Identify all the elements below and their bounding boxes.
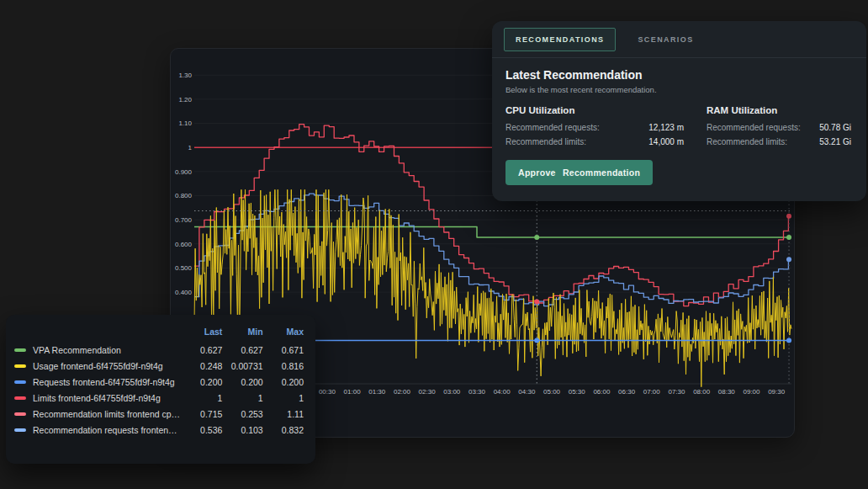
tab-bar: RECOMENDATIONS SCENARIOS bbox=[492, 21, 866, 58]
stat-max: 0.671 bbox=[267, 343, 307, 359]
legend-row-recommendation-requests: Recommendation requests frontend cpu 60m… bbox=[14, 423, 307, 439]
series-label-recommendation-limits[interactable]: Recommendation limits frontend cpu 60m bbox=[14, 407, 185, 423]
series-label-limits[interactable]: Limits frontend-6f4755fd9f-n9t4g bbox=[14, 391, 185, 407]
legend-row-vpa-recommendation: VPA Recommendation 0.627 0.627 0.671 bbox=[14, 343, 307, 359]
recommendation-body: Latest Recommendation Below is the most … bbox=[492, 58, 866, 185]
svg-text:07:00: 07:00 bbox=[643, 388, 661, 396]
crosshair-point-recommendation-limits bbox=[534, 300, 539, 305]
cpu-recommended-requests-label: Recommended requests: bbox=[505, 120, 600, 135]
svg-text:06:00: 06:00 bbox=[593, 388, 611, 396]
series-swatch-icon bbox=[14, 412, 26, 416]
legend-col-last[interactable]: Last bbox=[185, 323, 225, 343]
series-label-text[interactable]: Requests frontend-6f4755fd9f-n9t4g bbox=[33, 377, 175, 387]
latest-recommendation-subtitle: Below is the most recent recommendation. bbox=[505, 85, 853, 94]
series-label-text[interactable]: Recommendation requests frontend cpu 60m bbox=[33, 425, 185, 435]
cpu-utilization-heading: CPU Utilization bbox=[505, 105, 684, 115]
legend-row-usage: Usage frontend-6f4755fd9f-n9t4g 0.248 0.… bbox=[14, 359, 307, 375]
svg-text:02:00: 02:00 bbox=[394, 388, 411, 396]
end-point-recommendation-limits bbox=[786, 214, 791, 219]
svg-text:0.500: 0.500 bbox=[175, 264, 193, 272]
svg-text:08:30: 08:30 bbox=[718, 388, 736, 396]
series-swatch-icon bbox=[14, 428, 26, 432]
svg-text:0.700: 0.700 bbox=[175, 216, 193, 224]
legend-table: Last Min Max VPA Recommendation 0.627 0.… bbox=[14, 323, 307, 439]
svg-text:02:30: 02:30 bbox=[419, 388, 437, 396]
series-swatch-icon bbox=[14, 364, 26, 368]
cpu-utilization-section: CPU Utilization Recommended requests: 12… bbox=[505, 105, 684, 149]
svg-text:09:00: 09:00 bbox=[743, 388, 760, 396]
legend-row-requests: Requests frontend-6f4755fd9f-n9t4g 0.200… bbox=[14, 375, 307, 391]
stat-min: 1 bbox=[225, 391, 266, 407]
stat-last: 1 bbox=[185, 391, 225, 407]
utilization-columns: CPU Utilization Recommended requests: 12… bbox=[505, 105, 853, 149]
stat-last: 0.715 bbox=[185, 407, 225, 423]
series-label-text[interactable]: Recommendation limits frontend cpu 60m bbox=[33, 409, 185, 419]
cpu-recommended-requests-row: Recommended requests: 12,123 m bbox=[505, 120, 684, 135]
ram-recommended-limits-label: Recommended limits: bbox=[707, 135, 787, 149]
svg-text:01:30: 01:30 bbox=[368, 388, 386, 396]
legend-col-series bbox=[14, 323, 185, 343]
crosshair-point-requests bbox=[534, 338, 539, 343]
legend-row-recommendation-limits: Recommendation limits frontend cpu 60m 0… bbox=[14, 407, 307, 423]
tab-recommendations[interactable]: RECOMENDATIONS bbox=[504, 28, 616, 51]
ram-utilization-section: RAM Utilization Recommended requests: 50… bbox=[707, 105, 851, 149]
svg-text:0.800: 0.800 bbox=[175, 192, 193, 199]
svg-text:1.30: 1.30 bbox=[178, 72, 192, 79]
svg-text:0.600: 0.600 bbox=[175, 241, 193, 248]
stat-max: 0.816 bbox=[267, 359, 307, 375]
stat-min: 0.00731 bbox=[225, 359, 266, 375]
series-swatch-icon bbox=[14, 396, 26, 400]
chart-legend-panel: Last Min Max VPA Recommendation 0.627 0.… bbox=[6, 315, 315, 464]
svg-text:08:00: 08:00 bbox=[693, 388, 711, 396]
legend-row-limits: Limits frontend-6f4755fd9f-n9t4g 1 1 1 bbox=[14, 391, 307, 407]
tab-scenarios[interactable]: SCENARIOS bbox=[638, 35, 693, 44]
series-label-recommendation-requests[interactable]: Recommendation requests frontend cpu 60m bbox=[14, 423, 185, 439]
svg-text:09:30: 09:30 bbox=[768, 388, 786, 396]
legend-col-max[interactable]: Max bbox=[267, 323, 307, 343]
series-swatch-icon bbox=[14, 348, 26, 352]
ram-recommended-limits-row: Recommended limits: 53.21 Gi bbox=[707, 135, 851, 149]
series-swatch-icon bbox=[14, 380, 26, 384]
ram-recommended-requests-label: Recommended requests: bbox=[707, 120, 801, 135]
cpu-recommended-limits-row: Recommended limits: 14,000 m bbox=[505, 135, 684, 149]
dashboard: 1.301.201.1010.9000.8000.7000.6000.5000.… bbox=[0, 0, 868, 489]
svg-text:0.400: 0.400 bbox=[175, 289, 193, 296]
stat-last: 0.248 bbox=[185, 359, 225, 375]
series-label-usage[interactable]: Usage frontend-6f4755fd9f-n9t4g bbox=[14, 359, 185, 375]
legend-header-row: Last Min Max bbox=[14, 323, 307, 343]
svg-text:1.20: 1.20 bbox=[178, 96, 192, 104]
crosshair-point-vpa bbox=[534, 235, 539, 240]
series-label-text[interactable]: VPA Recommendation bbox=[33, 345, 121, 355]
recommendations-card: RECOMENDATIONS SCENARIOS Latest Recommen… bbox=[492, 21, 866, 201]
series-label-text[interactable]: Usage frontend-6f4755fd9f-n9t4g bbox=[33, 361, 163, 371]
series-label-text[interactable]: Limits frontend-6f4755fd9f-n9t4g bbox=[33, 393, 161, 403]
stat-last: 0.627 bbox=[185, 343, 225, 359]
approve-recommendation-button[interactable]: Approve Recommendation bbox=[505, 160, 653, 185]
cpu-recommended-limits-value: 14,000 m bbox=[648, 135, 684, 149]
stat-min: 0.103 bbox=[225, 423, 266, 439]
stat-last: 0.536 bbox=[185, 423, 225, 439]
stat-min: 0.253 bbox=[225, 407, 266, 423]
svg-text:03:30: 03:30 bbox=[468, 388, 486, 396]
ram-recommended-requests-value: 50.78 Gi bbox=[819, 120, 851, 135]
cpu-recommended-requests-value: 12,123 m bbox=[648, 120, 684, 135]
svg-text:1.10: 1.10 bbox=[178, 120, 192, 127]
stat-max: 0.200 bbox=[267, 375, 307, 391]
latest-recommendation-title: Latest Recommendation bbox=[505, 68, 853, 82]
stat-max: 1 bbox=[267, 391, 307, 407]
stat-max: 1.11 bbox=[267, 407, 307, 423]
stat-min: 0.627 bbox=[225, 343, 266, 359]
series-label-vpa-recommendation[interactable]: VPA Recommendation bbox=[14, 343, 185, 359]
svg-text:07:30: 07:30 bbox=[668, 388, 685, 396]
stat-max: 0.832 bbox=[267, 423, 307, 439]
end-point-recommendation-requests bbox=[786, 257, 791, 262]
legend-col-min[interactable]: Min bbox=[225, 323, 266, 343]
end-point-vpa bbox=[786, 235, 791, 240]
cpu-recommended-limits-label: Recommended limits: bbox=[505, 135, 586, 149]
series-label-requests[interactable]: Requests frontend-6f4755fd9f-n9t4g bbox=[14, 375, 185, 391]
end-point-requests bbox=[786, 338, 791, 343]
ram-recommended-requests-row: Recommended requests: 50.78 Gi bbox=[707, 120, 851, 135]
svg-text:04:00: 04:00 bbox=[494, 388, 511, 396]
svg-text:04:30: 04:30 bbox=[518, 388, 536, 396]
stat-last: 0.200 bbox=[185, 375, 225, 391]
